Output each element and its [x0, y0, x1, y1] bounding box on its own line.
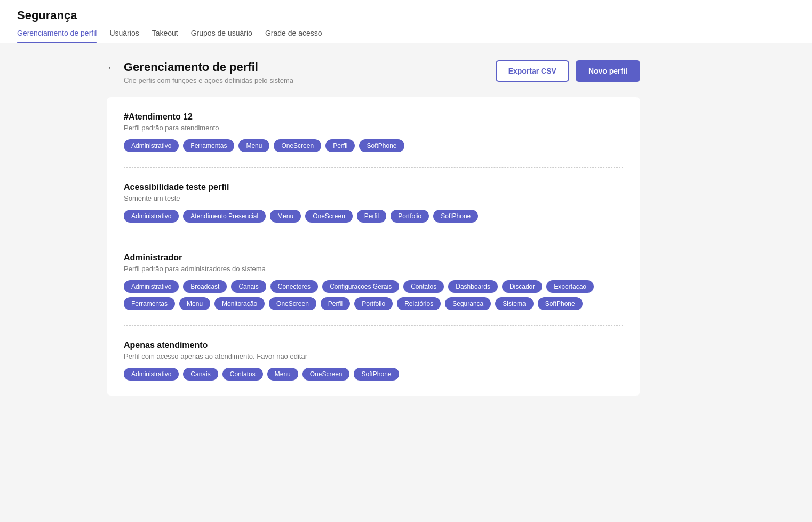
tag: SoftPhone [538, 297, 583, 310]
nav-tab-0[interactable]: Gerenciamento de perfil [17, 29, 97, 43]
tag: Ferramentas [124, 297, 175, 310]
tag: SoftPhone [433, 210, 478, 223]
app-title: Segurança [17, 9, 795, 22]
tag: Discador [502, 280, 542, 293]
page-header: ← Gerenciamento de perfil Crie perfis co… [107, 60, 640, 84]
nav-tab-4[interactable]: Grade de acesso [265, 29, 322, 43]
profile-name: Administrador [124, 253, 623, 263]
tag: Dashboards [448, 280, 498, 293]
tag: Menu [267, 368, 298, 381]
profile-item: #Atendimento 12Perfil padrão para atendi… [124, 97, 623, 168]
back-arrow-icon[interactable]: ← [107, 61, 117, 74]
profile-item: Apenas atendimentoPerfil com acesso apen… [124, 326, 623, 396]
profile-item: Acessibilidade teste perfilSomente um te… [124, 168, 623, 238]
tag: Menu [270, 210, 301, 223]
profiles-container: #Atendimento 12Perfil padrão para atendi… [107, 97, 640, 396]
nav-tab-3[interactable]: Grupos de usuário [191, 29, 252, 43]
tag: Perfil [325, 139, 355, 152]
tag: OneScreen [305, 210, 353, 223]
tag: Segurança [445, 297, 491, 310]
main-content: ← Gerenciamento de perfil Crie perfis co… [0, 43, 747, 413]
page-title-block: Gerenciamento de perfil Crie perfis com … [124, 60, 293, 84]
profile-name: Acessibilidade teste perfil [124, 183, 623, 192]
nav-tabs: Gerenciamento de perfilUsuáriosTakeoutGr… [17, 29, 795, 43]
profile-desc: Perfil padrão para administradores do si… [124, 265, 623, 273]
nav-tab-2[interactable]: Takeout [152, 29, 178, 43]
tag: Sistema [495, 297, 533, 310]
tag: Canais [183, 368, 218, 381]
profile-tags: AdministrativoCanaisContatosMenuOneScree… [124, 368, 623, 381]
tag: Exportação [546, 280, 594, 293]
tag: OneScreen [302, 368, 350, 381]
tag: SoftPhone [354, 368, 399, 381]
profile-tags: AdministrativoBroadcastCanaisConectoresC… [124, 280, 623, 310]
tag: Portfolio [354, 297, 393, 310]
tag: Ferramentas [183, 139, 234, 152]
tag: Contatos [222, 368, 263, 381]
profile-desc: Somente um teste [124, 194, 623, 202]
tag: Relatórios [397, 297, 441, 310]
profile-desc: Perfil com acesso apenas ao atendimento.… [124, 352, 623, 360]
tag: Menu [179, 297, 210, 310]
tag: Atendimento Presencial [183, 210, 266, 223]
tag: Administrativo [124, 210, 179, 223]
tag: Administrativo [124, 368, 179, 381]
new-profile-button[interactable]: Novo perfil [576, 60, 640, 82]
page-header-actions: Exportar CSV Novo perfil [496, 60, 640, 82]
profile-name: Apenas atendimento [124, 341, 623, 350]
tag: SoftPhone [359, 139, 404, 152]
nav-tab-1[interactable]: Usuários [109, 29, 139, 43]
profile-item: AdministradorPerfil padrão para administ… [124, 238, 623, 326]
header: Segurança Gerenciamento de perfilUsuário… [0, 0, 812, 43]
profile-tags: AdministrativoFerramentasMenuOneScreenPe… [124, 139, 623, 152]
tag: Configurações Gerais [322, 280, 399, 293]
tag: Administrativo [124, 139, 179, 152]
page-subtitle: Crie perfis com funções e ações definida… [124, 76, 293, 84]
tag: OneScreen [269, 297, 316, 310]
tag: OneScreen [274, 139, 321, 152]
page-title: Gerenciamento de perfil [124, 60, 293, 74]
tag: Menu [238, 139, 269, 152]
profile-desc: Perfil padrão para atendimento [124, 124, 623, 132]
tag: Monitoração [214, 297, 265, 310]
tag: Canais [231, 280, 266, 293]
tag: Administrativo [124, 280, 179, 293]
page-header-left: ← Gerenciamento de perfil Crie perfis co… [107, 60, 293, 84]
profile-tags: AdministrativoAtendimento PresencialMenu… [124, 210, 623, 223]
profile-name: #Atendimento 12 [124, 112, 623, 122]
tag: Contatos [403, 280, 444, 293]
export-csv-button[interactable]: Exportar CSV [496, 60, 569, 82]
tag: Portfolio [391, 210, 429, 223]
tag: Conectores [270, 280, 318, 293]
tag: Broadcast [183, 280, 227, 293]
tag: Perfil [321, 297, 350, 310]
tag: Perfil [357, 210, 386, 223]
